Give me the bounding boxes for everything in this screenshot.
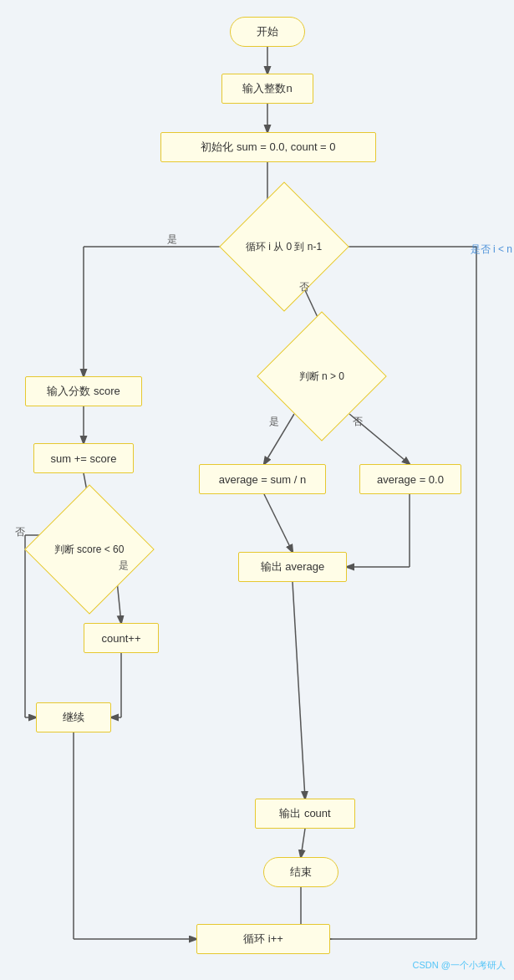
output-avg-node: 输出 average [238,552,347,582]
loop-no-label: 否 [299,280,309,294]
flowchart: 开始 输入整数n 初始化 sum = 0.0, count = 0 循环 i 从… [0,0,514,980]
end-node: 结束 [263,857,338,887]
judge-n-diamond: 判断 n > 0 [274,329,369,424]
start-node: 开始 [230,17,305,47]
avg-no-node: average = 0.0 [359,464,461,494]
svg-line-22 [301,829,305,857]
input-score-node: 输入分数 score [25,376,142,406]
score-yes-label: 是 [119,559,129,573]
svg-line-21 [293,582,305,799]
loop-yes-label: 是 [167,232,177,247]
loop-i-node: 循环 i++ [196,924,330,954]
count-pp-node: count++ [84,623,159,653]
score-no-label: 否 [15,525,25,539]
n-yes-label: 是 [269,415,279,429]
input-n-node: 输入整数n [221,74,313,104]
side-label: 是否 i < n [471,242,512,257]
loop-diamond: 循环 i 从 0 到 n-1 [237,199,332,294]
judge-score-diamond: 判断 score < 60 [42,502,137,597]
svg-line-18 [264,494,293,552]
init-node: 初始化 sum = 0.0, count = 0 [160,132,376,162]
avg-yes-node: average = sum / n [199,464,326,494]
n-no-label: 否 [353,415,363,429]
continue-node: 继续 [36,702,111,732]
watermark: CSDN @一个小考研人 [413,959,506,972]
output-count-node: 输出 count [255,799,355,829]
sum-add-node: sum += score [33,443,134,473]
